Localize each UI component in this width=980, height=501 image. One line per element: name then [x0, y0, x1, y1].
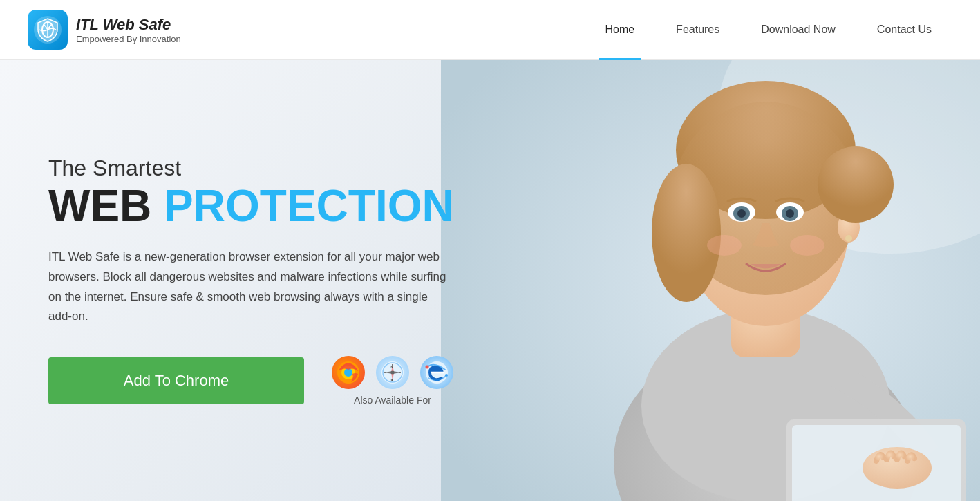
browser-icons-group: N S — [332, 356, 453, 406]
logo-text: ITL Web Safe Empowered By Innovation — [76, 16, 181, 44]
header: ITL Web Safe Empowered By Innovation Hom… — [0, 0, 980, 60]
add-to-chrome-button[interactable]: Add To Chrome — [48, 357, 304, 404]
safari-icon[interactable]: N S — [376, 356, 409, 389]
svg-point-16 — [707, 235, 742, 256]
nav-item-features[interactable]: Features — [655, 0, 740, 60]
svg-point-20 — [818, 146, 894, 223]
logo-area: ITL Web Safe Empowered By Innovation — [28, 10, 181, 50]
hero-section: The Smartest WEB PROTECTION ITL Web Safe… — [0, 60, 980, 501]
hero-title-blue: PROTECTION — [164, 181, 454, 231]
logo-subtitle: Empowered By Innovation — [76, 34, 181, 44]
browser-icons-row: N S — [332, 356, 453, 389]
logo-icon — [28, 10, 68, 50]
hero-background-image — [441, 60, 980, 501]
also-available-text: Also Available For — [354, 395, 431, 406]
svg-point-17 — [790, 235, 824, 256]
ie-icon[interactable] — [420, 356, 453, 389]
svg-point-38 — [426, 366, 429, 369]
hero-actions: Add To Chrome — [48, 356, 454, 406]
hero-title: WEB PROTECTION — [48, 184, 454, 228]
svg-text:N: N — [391, 365, 393, 368]
hero-title-black: WEB — [48, 181, 164, 231]
hero-content: The Smartest WEB PROTECTION ITL Web Safe… — [0, 155, 454, 406]
nav-item-home[interactable]: Home — [584, 0, 655, 60]
svg-point-19 — [845, 235, 852, 242]
svg-point-9 — [652, 164, 721, 302]
firefox-icon[interactable] — [332, 356, 365, 389]
svg-point-14 — [737, 209, 746, 218]
woman-figure — [441, 60, 980, 501]
svg-text:S: S — [391, 379, 393, 382]
nav-item-download[interactable]: Download Now — [740, 0, 856, 60]
logo-title: ITL Web Safe — [76, 16, 181, 34]
nav-item-contact[interactable]: Contact Us — [856, 0, 952, 60]
main-nav: Home Features Download Now Contact Us — [584, 0, 952, 60]
svg-point-15 — [786, 209, 794, 218]
svg-point-39 — [445, 374, 448, 377]
svg-point-30 — [391, 371, 395, 375]
hero-subtitle: The Smartest — [48, 155, 454, 181]
hero-description: ITL Web Safe is a new-generation browser… — [48, 247, 449, 328]
